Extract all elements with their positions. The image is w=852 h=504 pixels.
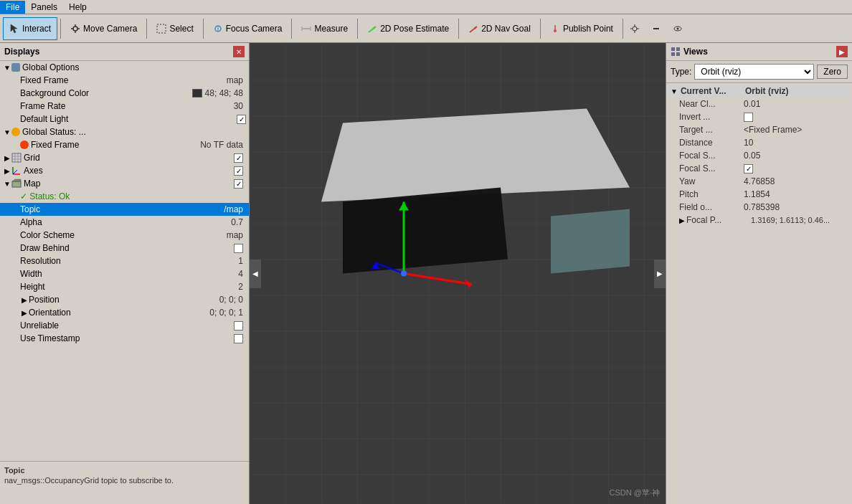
zero-button[interactable]: Zero <box>817 65 848 79</box>
svg-point-25 <box>676 27 678 29</box>
background-color-swatch <box>192 89 202 98</box>
map-icon <box>11 179 22 189</box>
focal-p-label: Focal P... <box>686 215 751 225</box>
eye-button[interactable] <box>669 17 689 40</box>
axes-item[interactable]: ▶ Axes <box>0 164 249 177</box>
menu-help[interactable]: Help <box>63 1 93 14</box>
grid-item[interactable]: ▶ Grid <box>0 151 249 164</box>
svg-line-33 <box>13 170 17 174</box>
measure-button[interactable]: Measure <box>295 17 354 40</box>
width-item[interactable]: Width 4 <box>0 267 249 280</box>
distance-item[interactable]: Distance 10 <box>668 136 851 149</box>
resolution-item[interactable]: Resolution 1 <box>0 255 249 267</box>
fixed-frame-err-item[interactable]: Fixed Frame No TF data <box>0 138 249 151</box>
views-title: Views <box>683 47 708 57</box>
alpha-item[interactable]: Alpha 0.7 <box>0 216 249 229</box>
yaw-label: Yaw <box>679 176 744 186</box>
position-item[interactable]: ▶ Position 0; 0; 0 <box>0 293 249 306</box>
type-label: Type: <box>671 67 691 77</box>
draw-behind-item[interactable]: Draw Behind <box>0 242 249 255</box>
viewport-arrow-left[interactable]: ◀ <box>250 260 261 288</box>
fixed-frame-item[interactable]: Fixed Frame map <box>0 74 249 87</box>
focal-p-item[interactable]: ▶ Focal P... 1.3169; 1.6113; 0.46... <box>668 214 851 227</box>
viewport[interactable]: ◀ ▶ CSDN @苹·神 <box>250 43 666 504</box>
focal-s1-item[interactable]: Focal S... 0.05 <box>668 149 851 162</box>
invert-checkbox[interactable] <box>744 113 753 122</box>
invert-item[interactable]: Invert ... <box>668 110 851 123</box>
unreliable-item[interactable]: Unreliable <box>0 319 249 332</box>
select-icon <box>156 24 166 34</box>
current-view-type: Orbit (rviz) <box>745 86 789 96</box>
background-color-label: Background Color <box>20 88 192 98</box>
map-item[interactable]: ▼ Map <box>0 177 249 190</box>
near-clip-item[interactable]: Near Cl... 0.01 <box>668 98 851 110</box>
distance-label: Distance <box>679 138 744 148</box>
minus-button[interactable] <box>648 17 668 40</box>
displays-close-button[interactable]: ✕ <box>233 46 245 57</box>
focal-s2-checkbox[interactable] <box>744 164 753 173</box>
toolbar-sep-2 <box>146 19 147 39</box>
focal-s2-item[interactable]: Focal S... <box>668 162 851 175</box>
svg-rect-34 <box>12 181 21 187</box>
target-value: <Fixed Frame> <box>744 125 802 135</box>
yaw-item[interactable]: Yaw 4.76858 <box>668 175 851 188</box>
current-view-item[interactable]: ▼ Current V... Orbit (rviz) <box>668 85 851 98</box>
frame-rate-label: Frame Rate <box>20 101 234 111</box>
toolbar-sep-4 <box>291 19 292 39</box>
use-timestamp-checkbox[interactable] <box>234 334 243 343</box>
viewport-arrow-right[interactable]: ▶ <box>654 260 666 288</box>
menu-file[interactable]: File <box>0 1 25 14</box>
nav-goal-button[interactable]: 2D Nav Goal <box>462 17 537 40</box>
select-label: Select <box>169 24 193 34</box>
fixed-frame-err-label: Fixed Frame <box>31 140 200 150</box>
background-color-value: 48; 48; 48 <box>205 88 246 98</box>
default-light-checkbox[interactable] <box>237 115 246 124</box>
camera-icon <box>70 24 80 34</box>
near-clip-value: 0.01 <box>744 99 760 109</box>
svg-point-18 <box>633 27 637 31</box>
background-color-item[interactable]: Background Color 48; 48; 48 <box>0 87 249 100</box>
svg-rect-6 <box>157 24 166 33</box>
fixed-frame-label: Fixed Frame <box>20 75 227 85</box>
color-scheme-item[interactable]: Color Scheme map <box>0 229 249 242</box>
interact-label: Interact <box>22 24 51 34</box>
interact-button[interactable]: Interact <box>3 17 57 40</box>
publish-point-button[interactable]: Publish Point <box>544 17 620 40</box>
unreliable-checkbox[interactable] <box>234 321 243 331</box>
select-button[interactable]: Select <box>150 17 199 40</box>
fov-value: 0.785398 <box>744 202 780 212</box>
global-status-item[interactable]: ▼ Global Status: ... <box>0 125 249 138</box>
displays-footer: Topic nav_msgs::OccupancyGrid topic to s… <box>0 461 249 504</box>
svg-rect-50 <box>671 52 675 56</box>
default-light-item[interactable]: Default Light <box>0 113 249 125</box>
svg-rect-26 <box>12 153 21 162</box>
topic-item[interactable]: Topic /map <box>0 203 249 216</box>
map-checkbox[interactable] <box>234 179 243 189</box>
pitch-item[interactable]: Pitch 1.1854 <box>668 188 851 201</box>
views-close-button[interactable]: ▶ <box>836 46 848 57</box>
menubar: File Panels Help <box>0 0 852 14</box>
axes-checkbox[interactable] <box>234 166 243 176</box>
fixed-frame-err-value: No TF data <box>200 140 246 150</box>
crosshair-button[interactable] <box>626 17 646 40</box>
target-item[interactable]: Target ... <Fixed Frame> <box>668 123 851 136</box>
fov-label: Field o... <box>679 202 744 212</box>
fov-item[interactable]: Field o... 0.785398 <box>668 201 851 214</box>
error-icon <box>20 141 29 149</box>
views-header: Views ▶ <box>666 43 852 61</box>
focus-camera-button[interactable]: Focus Camera <box>207 17 289 40</box>
height-item[interactable]: Height 2 <box>0 280 249 293</box>
global-options-item[interactable]: ▼ Global Options <box>0 61 249 74</box>
menu-panels[interactable]: Panels <box>25 1 63 14</box>
orientation-item[interactable]: ▶ Orientation 0; 0; 0; 1 <box>0 306 249 319</box>
draw-behind-checkbox[interactable] <box>234 244 243 253</box>
grid-checkbox[interactable] <box>234 153 243 163</box>
views-type-dropdown[interactable]: Orbit (rviz) <box>694 64 814 80</box>
footer-topic-desc: nav_msgs::OccupancyGrid topic to subscri… <box>4 476 245 485</box>
pose-estimate-button[interactable]: 2D Pose Estimate <box>361 17 455 40</box>
use-timestamp-item[interactable]: Use Timestamp <box>0 332 249 345</box>
move-camera-button[interactable]: Move Camera <box>64 17 143 40</box>
toolbar-sep-7 <box>540 19 541 39</box>
frame-rate-item[interactable]: Frame Rate 30 <box>0 100 249 113</box>
map-status-item[interactable]: ✓ Status: Ok <box>0 190 249 203</box>
